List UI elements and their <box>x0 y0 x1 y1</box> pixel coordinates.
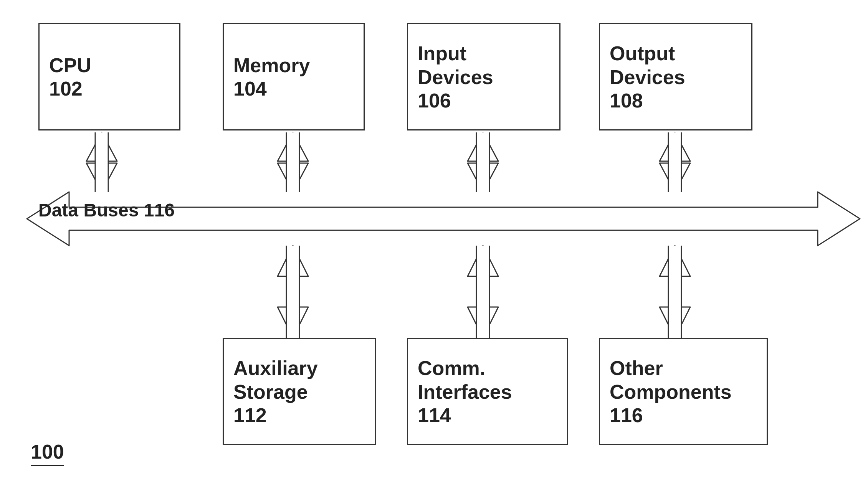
aux-label: AuxiliaryStorage <box>233 356 365 404</box>
comm-label: Comm.Interfaces <box>418 356 557 404</box>
data-bus-label: Data Buses 116 <box>38 200 175 221</box>
diagram: CPU 102 Memory 104 InputDevices 106 Outp… <box>0 0 868 497</box>
comm-number: 114 <box>418 404 557 427</box>
svg-rect-28 <box>476 246 489 338</box>
svg-rect-13 <box>476 132 489 194</box>
svg-rect-23 <box>286 246 299 338</box>
aux-number: 112 <box>233 404 365 427</box>
comm-arrow <box>468 246 498 338</box>
comm-interfaces-box: Comm.Interfaces 114 <box>407 338 568 445</box>
other-label: OtherComponents <box>610 356 757 404</box>
cpu-box: CPU 102 <box>38 23 180 130</box>
memory-box: Memory 104 <box>223 23 365 130</box>
other-number: 116 <box>610 404 757 427</box>
input-devices-box: InputDevices 106 <box>407 23 560 130</box>
output-number: 108 <box>610 89 742 112</box>
svg-rect-3 <box>95 132 108 194</box>
other-components-box: OtherComponents 116 <box>599 338 768 445</box>
output-arrow <box>660 132 690 194</box>
svg-rect-18 <box>668 132 681 194</box>
svg-rect-8 <box>286 132 299 194</box>
ref-label: 100 <box>31 440 64 466</box>
cpu-number: 102 <box>49 77 170 100</box>
input-label: InputDevices <box>418 41 550 89</box>
input-number: 106 <box>418 89 550 112</box>
aux-arrow <box>278 246 308 338</box>
memory-number: 104 <box>233 77 354 100</box>
cpu-label: CPU <box>49 53 170 77</box>
input-arrow <box>468 132 498 194</box>
memory-arrow <box>278 132 308 194</box>
output-label: OutputDevices <box>610 41 742 89</box>
other-arrow <box>660 246 690 338</box>
memory-label: Memory <box>233 53 354 77</box>
aux-storage-box: AuxiliaryStorage 112 <box>223 338 376 445</box>
cpu-arrow <box>86 132 117 194</box>
svg-rect-33 <box>668 246 681 338</box>
output-devices-box: OutputDevices 108 <box>599 23 752 130</box>
